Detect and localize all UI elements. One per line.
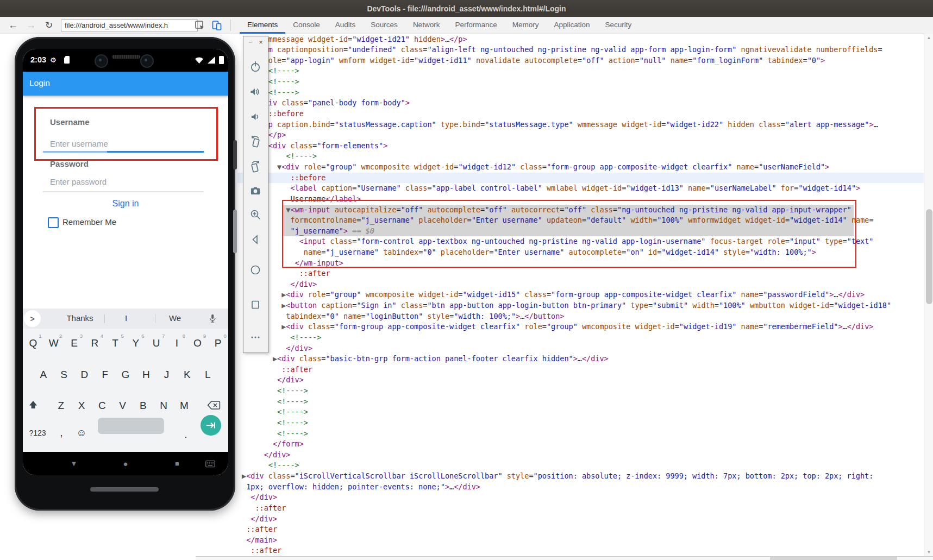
space-key[interactable]	[98, 418, 164, 434]
key-period[interactable]: .	[184, 429, 187, 441]
breadcrumb-item[interactable]: div.form-group.app-composite-widget.clea…	[473, 557, 606, 560]
device-toolbar-icon[interactable]	[211, 19, 224, 32]
key-p[interactable]: P	[215, 337, 222, 349]
suggestion-word[interactable]: I	[125, 313, 127, 323]
key-emoji[interactable]: ☺	[76, 427, 86, 439]
key-o[interactable]: O	[193, 337, 202, 349]
tab-console[interactable]: Console	[285, 17, 328, 34]
key-d[interactable]: D	[81, 369, 89, 381]
tab-security[interactable]: Security	[598, 17, 640, 34]
key-sup-5[interactable]: 5	[121, 333, 123, 339]
key-m[interactable]: M	[180, 400, 189, 412]
key-z[interactable]: Z	[58, 400, 64, 412]
key-k[interactable]: K	[184, 369, 191, 381]
nav-overview-icon[interactable]: ■	[175, 452, 179, 475]
code-line[interactable]: ::after	[237, 524, 932, 535]
code-line[interactable]: ▶<div class="iScrollVerticalScrollbar iS…	[237, 471, 928, 482]
mic-icon[interactable]	[206, 313, 218, 325]
code-line[interactable]: ::after	[237, 364, 933, 375]
tab-performance[interactable]: Performance	[447, 17, 504, 34]
key-sup-9[interactable]: 9	[203, 333, 206, 339]
code-line[interactable]: 1px; overflow: hidden; pointer-events: n…	[237, 482, 932, 493]
code-line[interactable]: ::before	[237, 173, 933, 184]
key-sup-3[interactable]: 3	[80, 333, 83, 339]
url-input[interactable]: file:///android_asset/www/index.h	[61, 19, 198, 32]
code-line[interactable]: ▼<div class="form-elements">	[237, 141, 933, 152]
key-t[interactable]: T	[112, 337, 118, 349]
code-line[interactable]: </div>	[237, 375, 933, 386]
more-icon[interactable]	[249, 331, 262, 344]
scroll-down-arrow[interactable]: ▼	[924, 550, 933, 555]
home-icon[interactable]	[249, 263, 262, 276]
code-line[interactable]: ::after	[237, 545, 933, 556]
key-sup-8[interactable]: 8	[183, 333, 185, 339]
code-line[interactable]: </p>	[237, 130, 933, 141]
volume-up-icon[interactable]	[249, 85, 262, 98]
key-sup-6[interactable]: 6	[141, 333, 144, 339]
tab-application[interactable]: Application	[546, 17, 597, 34]
code-line[interactable]: </div>	[237, 343, 933, 354]
key-sup-2[interactable]: 2	[59, 333, 62, 339]
tab-sources[interactable]: Sources	[363, 17, 405, 34]
code-line[interactable]: <form captionposition="undefined" class=…	[237, 45, 933, 55]
forward-button[interactable]: →	[23, 17, 39, 34]
code-line[interactable]: <!---->	[237, 87, 933, 98]
key-l[interactable]: L	[205, 369, 211, 381]
code-line[interactable]: </div>	[237, 492, 933, 503]
code-line[interactable]: </main>	[237, 535, 932, 546]
key-g[interactable]: G	[122, 369, 130, 381]
key-f[interactable]: F	[102, 369, 108, 381]
breadcrumb-item[interactable]: div.panel-body.form-body	[337, 557, 415, 560]
tab-memory[interactable]: Memory	[505, 17, 547, 34]
tab-audits[interactable]: Audits	[328, 17, 364, 34]
code-line[interactable]: ::after	[237, 268, 933, 279]
key-y[interactable]: Y	[133, 337, 140, 349]
key-j[interactable]: J	[164, 369, 170, 381]
nav-back-icon[interactable]: ▼	[71, 452, 78, 475]
signin-button[interactable]: Sign in	[23, 199, 228, 209]
code-line[interactable]: </div>	[237, 514, 933, 525]
code-line[interactable]: <!---->	[237, 407, 933, 418]
code-line[interactable]: ▶<div role="group" wmcomposite widget-id…	[237, 290, 933, 300]
key-e[interactable]: E	[71, 337, 78, 349]
breadcrumb-item[interactable]: input#widget-id14.form-control.app-textb…	[770, 557, 897, 560]
code-line[interactable]: <!---->	[237, 77, 933, 87]
back-icon[interactable]	[249, 233, 262, 246]
key-i[interactable]: I	[176, 337, 178, 349]
key-q[interactable]: Q	[29, 337, 37, 349]
key-sup-1[interactable]: 1	[39, 333, 41, 339]
tab-network[interactable]: Network	[405, 17, 448, 34]
code-line[interactable]: ::after	[237, 503, 933, 514]
password-input[interactable]: Enter password	[50, 177, 107, 186]
code-line[interactable]: ▼<div role="group" wmcomposite widget-id…	[237, 162, 933, 173]
tab-elements[interactable]: Elements	[240, 17, 285, 34]
nav-home-icon[interactable]: ●	[123, 452, 128, 475]
code-line[interactable]: ▶<p caption.bind="statusMessage.caption"…	[237, 119, 933, 130]
code-line[interactable]: mmessage widget-id="widget-id21" hidden>…	[237, 34, 933, 45]
scrollbar-thumb[interactable]	[926, 209, 932, 304]
volume-down-icon[interactable]	[249, 110, 262, 123]
key-x[interactable]: X	[78, 400, 85, 412]
key-sup-0[interactable]: 0	[223, 333, 226, 339]
code-line[interactable]: <!---->	[237, 429, 933, 439]
remember-checkbox[interactable]	[48, 217, 59, 228]
key-v[interactable]: V	[119, 400, 126, 412]
scroll-up-arrow[interactable]: ▲	[924, 35, 933, 40]
key-u[interactable]: U	[153, 337, 160, 349]
code-line[interactable]: <!---->	[237, 397, 933, 407]
back-button[interactable]: ←	[5, 17, 21, 34]
screenshot-icon[interactable]	[249, 184, 262, 197]
key-sup-4[interactable]: 4	[101, 333, 103, 339]
minimize-icon[interactable]: −	[246, 38, 255, 46]
code-line[interactable]: ▶<button caption="Sign in" class="btn ap…	[237, 300, 933, 311]
code-line[interactable]: </div>	[237, 279, 933, 290]
suggestion-word[interactable]: We	[169, 313, 181, 323]
suggestion-word[interactable]: Thanks	[66, 313, 93, 323]
key-sup-7[interactable]: 7	[162, 333, 165, 339]
suggestions-expand-icon[interactable]: >	[24, 310, 41, 327]
code-line[interactable]: <!---->	[237, 386, 933, 397]
code-line[interactable]: ▼<div class="panel-body form-body">	[237, 98, 933, 109]
code-line[interactable]: ▶<div class="form-group app-composite-wi…	[237, 322, 933, 332]
inspect-element-icon[interactable]	[193, 19, 206, 32]
key-n[interactable]: N	[160, 400, 167, 412]
